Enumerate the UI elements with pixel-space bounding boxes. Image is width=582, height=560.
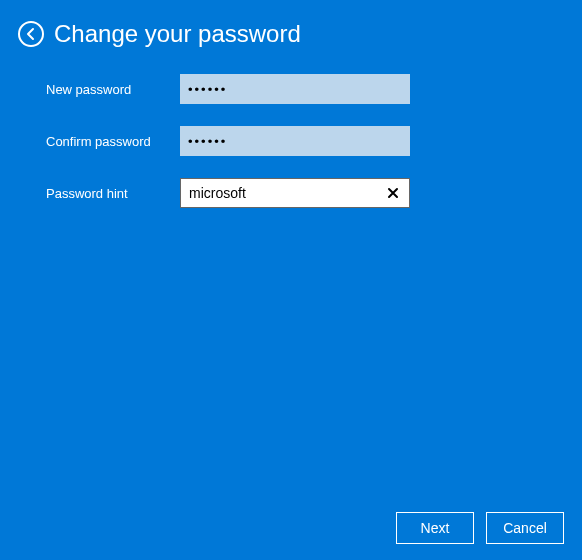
back-button[interactable] <box>18 21 44 47</box>
new-password-label: New password <box>46 82 180 97</box>
password-hint-input[interactable] <box>180 178 410 208</box>
next-button[interactable]: Next <box>396 512 474 544</box>
confirm-password-label: Confirm password <box>46 134 180 149</box>
confirm-password-input[interactable] <box>180 126 410 156</box>
arrow-left-icon <box>24 27 38 41</box>
close-icon <box>387 187 399 199</box>
password-hint-label: Password hint <box>46 186 180 201</box>
new-password-input[interactable] <box>180 74 410 104</box>
page-title: Change your password <box>54 20 301 48</box>
cancel-button[interactable]: Cancel <box>486 512 564 544</box>
clear-hint-button[interactable] <box>380 178 406 208</box>
